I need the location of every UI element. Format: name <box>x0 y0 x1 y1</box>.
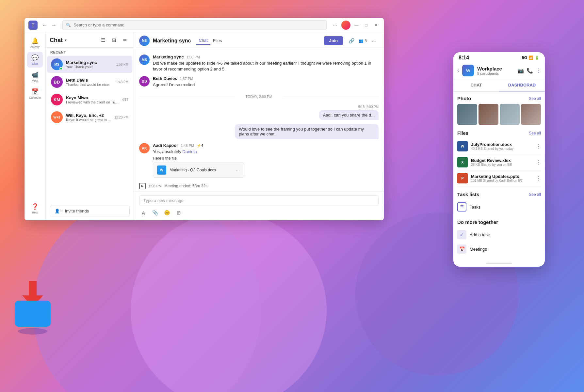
title-bar: T ← → 🔍 Search or type a command ··· — □… <box>24 18 384 32</box>
tasks-section-header: Task lists See all <box>457 192 541 197</box>
msg-time-2: 1:37 PM <box>180 77 193 81</box>
msg-content-aadi: Aadi Kapoor 1:48 PM ⚡4 Yes, absolutely D… <box>153 143 379 178</box>
chat-info-group: Will, Kayo, Eric, +2 Kayo: It would be g… <box>66 113 112 122</box>
phone-more-icon[interactable]: ⋮ <box>536 68 541 74</box>
mobile-panel: 8:14 5G 📶 🔋 ‹ W Workplace 5 participants… <box>453 52 545 267</box>
sidebar-item-meet[interactable]: 📹 Meet <box>27 69 43 85</box>
reaction-badge: ⚡4 <box>197 144 203 148</box>
compose-button[interactable]: ✏ <box>121 36 130 45</box>
photos-see-all-button[interactable]: See all <box>529 96 541 101</box>
task-icon-1: ☰ <box>457 202 466 212</box>
message-input[interactable]: Type a new message <box>139 195 379 206</box>
battery-icon: 🔋 <box>535 55 540 60</box>
phone-call-icon[interactable]: 📞 <box>527 68 533 74</box>
join-button[interactable]: Join <box>324 36 343 45</box>
more-section: Do more together ✓ Add a task 📅 Meetings <box>457 219 541 256</box>
close-button[interactable]: ✕ <box>372 21 380 29</box>
search-placeholder: Search or type a command <box>73 23 124 27</box>
file-name-1: JulyPromotion.docx <box>471 142 532 147</box>
msg-time-aadi: 1:48 PM <box>181 144 194 148</box>
attach-button[interactable]: 📎 <box>151 209 159 217</box>
right-bubble-inner-1: Aadi, can you share the d... <box>319 110 379 120</box>
phone-header-actions: 📷 📞 ⋮ <box>517 68 541 74</box>
files-section: Files See all W JulyPromotion.docx 40.2 … <box>457 130 541 186</box>
search-bar[interactable]: 🔍 Search or type a command <box>62 20 327 30</box>
calendar-icon: 📅 <box>31 88 39 95</box>
more-options-button[interactable]: ⋯ <box>369 36 379 45</box>
activity-icon: 🔔 <box>31 37 39 44</box>
msg-name-1: Marketing sync <box>153 55 184 59</box>
chat-time-km: 4/17 <box>122 98 128 102</box>
sidebar-item-chat[interactable]: 💬 Chat <box>27 52 43 68</box>
main-content: 🔔 Activity 💬 Chat 📹 Meet 📅 Calendar ❓ He… <box>24 32 384 220</box>
filter-button[interactable]: ☰ <box>98 36 107 45</box>
sidebar: 🔔 Activity 💬 Chat 📹 Meet 📅 Calendar ❓ He… <box>24 32 46 220</box>
right-msg-text-1: Aadi, can you share the d... <box>323 113 375 118</box>
chat-icon: 💬 <box>31 54 39 61</box>
msg-avatar-ak: AK <box>139 143 150 153</box>
chat-avatar-bd: BD <box>51 76 63 88</box>
tab-phone-dashboard[interactable]: DASHBORAD <box>499 79 545 91</box>
chat-item-group[interactable]: W+2 Will, Kayo, Eric, +2 Kayo: It would … <box>47 109 132 126</box>
more-item-meetings[interactable]: 📅 Meetings <box>457 242 541 256</box>
file-icon-word-1: W <box>457 141 468 151</box>
file-options-button[interactable]: ··· <box>236 167 240 173</box>
chat-item-beth[interactable]: BD Beth Davis Thanks, that would be nice… <box>47 73 132 90</box>
files-section-header: Files See all <box>457 130 541 136</box>
back-button[interactable]: ← <box>40 21 49 30</box>
sidebar-help-label: Help <box>32 211 38 214</box>
emoji-button[interactable]: 😊 <box>163 209 171 217</box>
more-button[interactable]: ··· <box>331 21 339 29</box>
file-options-1[interactable]: ⋮ <box>536 143 541 149</box>
message-row-2: BD Beth Davies 1:37 PM Agreed! I'm so ex… <box>139 76 379 88</box>
header-icons: 🔗 👥 5 ⋯ <box>347 36 379 45</box>
meeting-ended-row: ▶ 1:58 PM Meeting ended: 58m 32s <box>139 181 379 191</box>
tasks-see-all-button[interactable]: See all <box>529 192 541 197</box>
phone-video-icon[interactable]: 📷 <box>517 68 524 74</box>
sidebar-item-help[interactable]: ❓ Help <box>27 201 43 216</box>
file-meta-2: 28 KB Shared by you on 5/8 <box>471 163 532 166</box>
file-options-3[interactable]: ⋮ <box>536 175 541 181</box>
invite-friends-button[interactable]: 👤+ Invite friends <box>50 206 130 216</box>
tab-chat[interactable]: Chat <box>196 37 210 45</box>
phone-back-button[interactable]: ‹ <box>457 68 459 73</box>
tab-phone-chat[interactable]: CHAT <box>453 79 499 91</box>
sidebar-activity-label: Activity <box>30 45 40 48</box>
gif-button[interactable]: ⊞ <box>174 209 183 217</box>
file-item-1: W JulyPromotion.docx 40.2 KB Shared by y… <box>457 138 541 154</box>
msg-header-1: Marketing sync 1:58 PM <box>153 55 379 59</box>
msg-avatar-ms-1: MS <box>139 55 150 65</box>
message-toolbar: A 📎 😊 ⊞ <box>139 209 379 217</box>
sidebar-item-activity[interactable]: 🔔 Activity <box>27 35 43 51</box>
new-group-button[interactable]: ⊞ <box>109 36 119 45</box>
minimize-button[interactable]: — <box>352 21 360 29</box>
sidebar-item-calendar[interactable]: 📅 Calendar <box>27 86 43 102</box>
sidebar-calendar-label: Calendar <box>29 96 41 99</box>
chat-name-bd: Beth Davis <box>66 78 114 83</box>
file-options-2[interactable]: ⋮ <box>536 159 541 165</box>
user-avatar[interactable] <box>341 21 350 30</box>
chat-item-marketing-sync[interactable]: MS Marketing sync You: Thank you!! 1:58 … <box>47 56 132 73</box>
chat-avatar-km: KM <box>51 94 63 105</box>
chat-time-bd: 1:43 PM <box>116 80 128 84</box>
dashboard-content: Photo See all Files See all W JulyPromot… <box>453 92 545 260</box>
tab-files[interactable]: Files <box>210 37 224 44</box>
photo-thumb-3 <box>500 104 520 125</box>
photos-section-header: Photo See all <box>457 96 541 101</box>
chat-name-ms: Marketing sync <box>66 60 114 65</box>
more-item-add-task[interactable]: ✓ Add a task <box>457 227 541 242</box>
link-button[interactable]: 🔗 <box>347 36 356 45</box>
invite-icon: 👤+ <box>55 209 62 213</box>
forward-button[interactable]: → <box>49 21 58 30</box>
right-bubble-inner-2: Would love to see the framing you put to… <box>235 124 379 139</box>
maximize-button[interactable]: □ <box>362 21 370 29</box>
task-name-1: Tasks <box>470 205 480 210</box>
online-indicator <box>59 67 63 70</box>
files-see-all-button[interactable]: See all <box>529 131 541 135</box>
chat-name-group: Will, Kayo, Eric, +2 <box>66 113 112 118</box>
teams-logo: T <box>28 21 38 30</box>
chat-time-ms: 1:58 PM <box>116 63 128 66</box>
format-button[interactable]: A <box>139 209 148 217</box>
chat-item-kayo[interactable]: KM Kayo Miwa I reviewed with the client … <box>47 91 132 108</box>
phone-status-bar: 8:14 5G 📶 🔋 <box>453 52 545 62</box>
